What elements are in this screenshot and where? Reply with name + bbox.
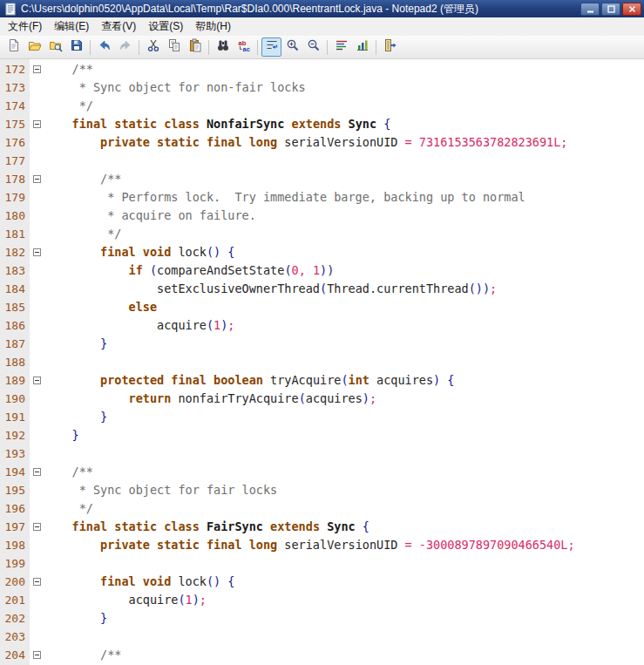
exit-button[interactable] [380,37,400,57]
line-number: 196 [0,499,30,518]
code-line[interactable]: final static class FairSync extends Sync… [44,518,644,536]
toolbar-separator [208,40,209,55]
toolbar-separator [257,40,258,55]
fold-collapse-icon[interactable] [33,377,41,384]
code-line[interactable]: } [44,335,644,353]
line-number: 181 [0,225,30,243]
minimize-button[interactable] [580,3,600,16]
new-file-button[interactable] [3,37,24,57]
fold-margin [30,188,44,207]
toolbar: abac [0,36,644,59]
fold-collapse-icon[interactable] [33,468,41,476]
code-row: 176 private static final long serialVers… [0,133,644,152]
redo-button[interactable] [115,37,135,57]
code-line[interactable]: */ [44,97,644,115]
fold-collapse-icon[interactable] [33,175,41,183]
maximize-button[interactable] [601,3,620,16]
line-number: 200 [0,573,30,591]
code-row: 174 */ [0,97,644,115]
menu-item-file[interactable]: 文件(F) [2,17,48,37]
code-row: 203 [0,628,644,646]
customize-schemes-button[interactable] [352,37,372,57]
browse-files-button[interactable] [45,37,65,57]
close-button[interactable] [622,3,641,16]
code-line[interactable]: final static class NonfairSync extends S… [44,115,644,133]
code-line[interactable]: /** [44,60,644,78]
code-row: 188 [0,353,644,371]
find-button[interactable] [213,37,233,57]
zoom-in-icon [286,38,300,56]
code-line[interactable] [44,353,644,371]
fold-margin [30,133,44,152]
code-line[interactable]: /** [44,646,644,664]
paste-button[interactable] [185,37,205,57]
code-line[interactable]: protected final boolean tryAcquire(int a… [44,371,644,390]
code-line[interactable]: */ [44,225,644,243]
fold-collapse-icon[interactable] [33,248,41,256]
fold-collapse-icon[interactable] [33,120,41,128]
line-number: 190 [0,390,30,408]
code-line[interactable]: acquire(1); [44,591,644,609]
fold-collapse-icon[interactable] [33,523,41,531]
fold-collapse-icon[interactable] [33,651,41,659]
menu-item-view[interactable]: 查看(V) [95,17,142,37]
code-line[interactable]: else [44,298,644,316]
zoom-out-button[interactable] [303,37,323,57]
fold-margin [30,371,44,390]
open-file-icon [28,38,42,56]
code-line[interactable]: * Performs lock. Try immediate barge, ba… [44,188,644,207]
code-editor[interactable]: 172 /**173 * Sync object for non-fair lo… [0,59,644,665]
menu-item-settings[interactable]: 设置(S) [142,17,189,37]
code-line[interactable]: final void lock() { [44,573,644,591]
fold-margin [30,152,44,170]
code-line[interactable]: * acquire on failure. [44,207,644,225]
code-line[interactable]: /** [44,463,644,481]
fold-collapse-icon[interactable] [33,65,41,73]
fold-margin [30,628,44,646]
cut-button[interactable] [143,37,163,57]
code-line[interactable] [44,444,644,463]
line-number: 194 [0,463,30,481]
fold-margin [30,207,44,225]
code-line[interactable] [44,628,644,646]
code-row: 175 final static class NonfairSync exten… [0,115,644,133]
fold-margin [30,536,44,554]
undo-button[interactable] [94,37,114,57]
code-line[interactable]: * Sync object for non-fair locks [44,78,644,97]
code-line[interactable]: setExclusiveOwnerThread(Thread.currentTh… [44,280,644,298]
menu-item-edit[interactable]: 编辑(E) [48,17,95,37]
copy-button[interactable] [164,37,184,57]
code-row: 190 return nonfairTryAcquire(acquires); [0,390,644,408]
fold-margin [30,261,44,280]
fold-collapse-icon[interactable] [33,578,41,586]
code-line[interactable]: if (compareAndSetState(0, 1)) [44,261,644,280]
open-file-button[interactable] [24,37,44,57]
code-line[interactable]: */ [44,499,644,518]
zoom-in-button[interactable] [282,37,302,57]
code-line[interactable]: } [44,426,644,444]
undo-icon [98,38,112,56]
code-line[interactable]: } [44,609,644,628]
code-line[interactable]: * Sync object for fair locks [44,481,644,499]
code-line[interactable]: private static final long serialVersionU… [44,133,644,152]
cut-icon [146,38,160,56]
save-file-button[interactable] [66,37,86,57]
code-line[interactable]: final void lock() { [44,243,644,261]
fold-margin [30,78,44,97]
fold-margin [30,426,44,444]
code-line[interactable]: /** [44,170,644,188]
code-line[interactable] [44,152,644,170]
code-line[interactable]: acquire(1); [44,316,644,335]
code-row: 179 * Performs lock. Try immediate barge… [0,188,644,207]
code-row: 180 * acquire on failure. [0,207,644,225]
code-line[interactable]: } [44,408,644,426]
code-line[interactable]: return nonfairTryAcquire(acquires); [44,390,644,408]
code-line[interactable] [44,554,644,573]
word-wrap-button[interactable] [261,37,281,57]
replace-button[interactable]: abac [234,37,254,57]
line-number: 188 [0,353,30,371]
save-file-icon [70,38,84,56]
view-schemes-button[interactable] [331,37,351,57]
menu-item-help[interactable]: 帮助(H) [189,17,237,37]
code-line[interactable]: private static final long serialVersionU… [44,536,644,554]
